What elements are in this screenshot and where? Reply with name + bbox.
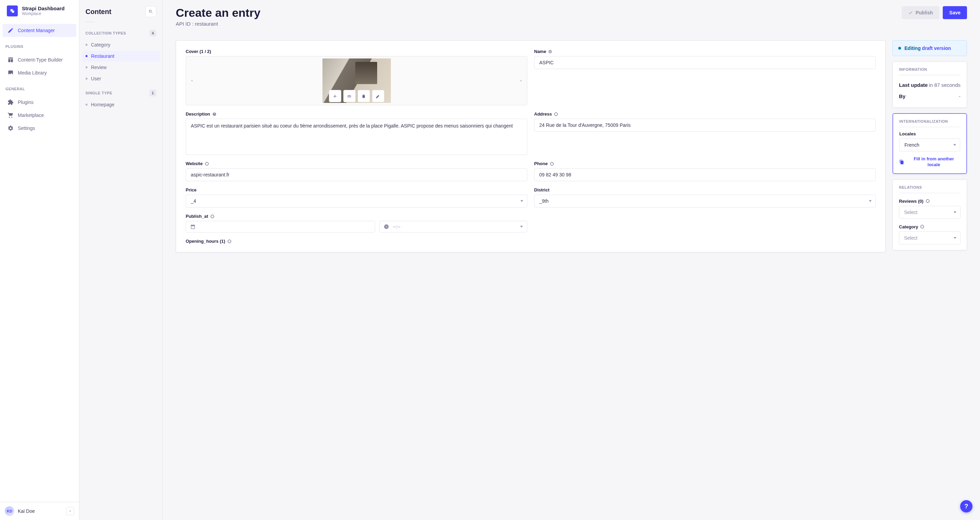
single-count-badge: 1 xyxy=(150,89,156,96)
entry-form: Cover (1 / 2) xyxy=(176,40,886,252)
nav-media-library[interactable]: Media Library xyxy=(3,66,76,80)
avatar[interactable]: KD xyxy=(5,506,14,516)
content-subnav: Content COLLECTION TYPES 4 Category Rest… xyxy=(80,0,163,520)
chevron-left-icon xyxy=(68,509,72,513)
cover-media-frame xyxy=(186,56,527,105)
svg-point-6 xyxy=(921,225,924,228)
globe-icon xyxy=(550,162,554,166)
collection-types-heading: COLLECTION TYPES 4 xyxy=(86,25,156,39)
info-key: By xyxy=(899,93,905,99)
main-content: Create an entry API ID : restaurant Publ… xyxy=(163,0,980,520)
status-dot-icon xyxy=(898,47,901,49)
field-label-text: Cover (1 / 2) xyxy=(186,49,211,54)
globe-icon xyxy=(926,199,930,203)
info-key: Last update xyxy=(899,82,928,88)
side-column: Editing draft version INFORMATION Last u… xyxy=(892,40,967,250)
description-textarea[interactable]: ASPIC est un restaurant parisien situé a… xyxy=(186,119,527,155)
main-nav: Strapi Dashboard Workplace Content Manag… xyxy=(0,0,80,520)
name-input[interactable] xyxy=(534,56,876,69)
chevron-left-icon xyxy=(190,78,194,83)
field-address: Address xyxy=(534,111,876,155)
field-price: Price _4 xyxy=(186,188,527,208)
field-label-text: Name xyxy=(534,49,546,54)
field-label-text: Opening_hours (1) xyxy=(186,239,225,244)
district-select[interactable]: _9th xyxy=(534,194,876,208)
nav-plugins[interactable]: Plugins xyxy=(3,96,76,109)
button-label: Save xyxy=(949,10,961,15)
svg-point-5 xyxy=(926,200,929,203)
reviews-select[interactable]: Select xyxy=(899,206,961,219)
website-input[interactable] xyxy=(186,168,527,181)
brand-subtitle: Workplace xyxy=(22,12,65,16)
info-value: in 87 seconds xyxy=(929,82,961,88)
plus-icon xyxy=(332,94,337,99)
field-website: Website xyxy=(186,161,527,181)
time-placeholder: --:-- xyxy=(393,224,401,229)
chevron-right-icon xyxy=(519,78,523,83)
sidebar-item-homepage[interactable]: Homepage xyxy=(82,99,160,110)
media-next-button[interactable] xyxy=(517,77,525,84)
media-delete-button[interactable] xyxy=(358,90,370,102)
panel-heading: INFORMATION xyxy=(899,67,961,75)
status-text: Editing xyxy=(904,46,922,51)
puzzle-icon xyxy=(8,99,14,105)
save-button[interactable]: Save xyxy=(943,6,967,19)
nav-label: Marketplace xyxy=(18,113,44,118)
api-id-label: API ID : restaurant xyxy=(176,21,261,27)
field-description: Description ASPIC est un restaurant pari… xyxy=(186,111,527,155)
media-prev-button[interactable] xyxy=(188,77,196,84)
field-cover: Cover (1 / 2) xyxy=(186,49,527,105)
fill-from-locale-link[interactable]: Fill in from another locale xyxy=(899,156,960,168)
help-button[interactable]: ? xyxy=(960,500,972,512)
nav-settings[interactable]: Settings xyxy=(3,122,76,135)
single-type-heading: SINGLE TYPE 1 xyxy=(86,85,156,99)
media-add-button[interactable] xyxy=(329,90,341,102)
nav-heading-plugins: PLUGINS xyxy=(0,40,79,51)
category-select[interactable]: Select xyxy=(899,231,961,245)
field-publish-at: Publish_at --:-- xyxy=(186,214,527,232)
svg-point-2 xyxy=(550,162,553,165)
nav-marketplace[interactable]: Marketplace xyxy=(3,109,76,122)
svg-point-0 xyxy=(555,113,558,116)
address-input[interactable] xyxy=(534,119,876,132)
svg-point-4 xyxy=(228,240,231,243)
information-panel: INFORMATION Last updatein 87 seconds By- xyxy=(892,62,967,108)
nav-label: Content-Type Builder xyxy=(18,57,63,62)
nav-content-manager[interactable]: Content Manager xyxy=(3,24,76,37)
brand[interactable]: Strapi Dashboard Workplace xyxy=(0,0,79,21)
time-input[interactable]: --:-- xyxy=(379,221,527,232)
sidebar-item-category[interactable]: Category xyxy=(82,39,160,50)
media-link-button[interactable] xyxy=(343,90,356,102)
brand-title: Strapi Dashboard xyxy=(22,5,65,11)
field-name: Name xyxy=(534,49,876,105)
question-icon: ? xyxy=(965,503,968,510)
link-text: Fill in from another locale xyxy=(907,156,960,168)
status-version-link[interactable]: draft version xyxy=(922,46,951,51)
field-phone: Phone xyxy=(534,161,876,181)
sidebar-item-review[interactable]: Review xyxy=(82,62,160,73)
field-district: District _9th xyxy=(534,188,876,208)
media-edit-button[interactable] xyxy=(372,90,384,102)
panel-heading: RELATIONS xyxy=(899,185,961,193)
info-value: - xyxy=(959,93,961,99)
collapse-nav-button[interactable] xyxy=(66,507,74,515)
nav-label: Content Manager xyxy=(18,28,55,33)
phone-input[interactable] xyxy=(534,168,876,181)
sidebar-item-label: Restaurant xyxy=(91,53,114,59)
field-label-text: Description xyxy=(186,111,210,116)
sidebar-item-label: Homepage xyxy=(91,102,115,107)
heading-text: SINGLE TYPE xyxy=(86,91,112,95)
sidebar-item-restaurant[interactable]: Restaurant xyxy=(82,51,160,62)
gear-icon xyxy=(8,125,14,131)
locale-select[interactable]: French xyxy=(899,138,960,151)
bullet-icon xyxy=(86,103,88,106)
nav-content-type-builder[interactable]: Content-Type Builder xyxy=(3,53,76,66)
publish-button[interactable]: Publish xyxy=(902,6,940,19)
search-button[interactable] xyxy=(145,6,156,17)
sidebar-item-user[interactable]: User xyxy=(82,73,160,84)
nav-label: Media Library xyxy=(18,70,47,76)
nav-label: Plugins xyxy=(18,100,33,105)
date-input[interactable] xyxy=(186,221,375,232)
calendar-icon xyxy=(190,224,196,229)
price-select[interactable]: _4 xyxy=(186,194,527,208)
